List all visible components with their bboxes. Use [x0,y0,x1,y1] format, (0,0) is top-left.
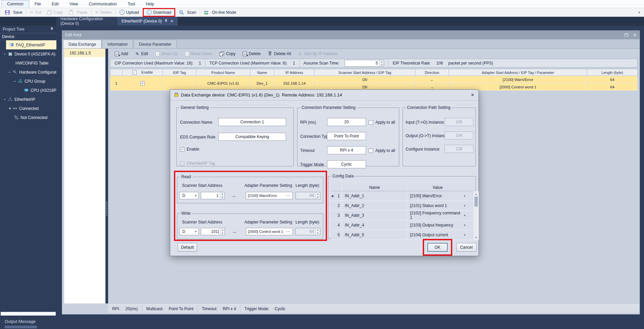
table-row[interactable]: 1 CMC-EIP01 (v1.6) Dev_1 192.168.1.14 D0… [110,76,638,83]
ok-button[interactable]: OK [427,243,448,252]
ip-address-cell[interactable]: 192.168.1.14 [274,76,315,91]
spin-up-icon[interactable]: ▲ [220,228,225,232]
tab-ethernet-ip[interactable]: EtherNet/IP (Device 0) ✕ [118,17,178,26]
config-row[interactable]: 5 IN_Addr_5 [2104] Output current▼ [331,230,473,240]
cancel-button[interactable]: Cancel [456,243,476,252]
splitter[interactable] [105,49,108,303]
download-button[interactable]: ↓ Download [144,8,174,16]
write-adapter-parameter-input[interactable]: [2000] Control word 1··· [246,228,293,235]
tab-information[interactable]: Information [102,40,133,48]
collapse-icon[interactable]: - [4,52,8,56]
config-value-dropdown[interactable]: [2104] Output current▼ [407,230,468,240]
spin-up-icon[interactable]: ▲ [379,60,384,63]
name-cell[interactable]: Dev_1 [250,76,274,91]
collapse-icon[interactable]: - [4,97,8,102]
enable-cell[interactable] [123,76,163,91]
menu-edit[interactable]: Edit [46,0,64,8]
menu-communication[interactable]: Communication [84,0,122,8]
save-button[interactable]: Save [2,8,25,16]
delete-row-button[interactable]: × Delete [239,50,264,57]
close-icon[interactable]: ✕ [170,19,174,24]
tree-item-connected[interactable]: + Connected [0,104,56,113]
connection-type-input[interactable]: Point To Point [327,132,366,140]
output-message-label[interactable]: Output Message [5,319,36,324]
read-device-dropdown[interactable]: D▼ [179,192,199,199]
add-button[interactable]: + Add [111,50,131,57]
tree-item-cpu[interactable]: CPU (AS218PX-A) [0,86,56,95]
config-row[interactable]: 4 IN_Addr_4 [2103] Output frequency▼ [331,220,473,230]
spin-down-icon[interactable]: ▼ [220,232,225,235]
tree-horizontal-scrollbar[interactable] [1,312,56,316]
pin-icon[interactable] [164,19,168,24]
eip-tag-cell[interactable] [163,76,196,91]
rpi-input[interactable]: 20 [327,118,366,126]
enable-checkbox[interactable]: Enable [180,147,199,152]
collapse-icon[interactable]: - [14,79,18,84]
browse-button[interactable]: ··· [286,230,291,234]
spin-down-icon[interactable]: ▼ [379,63,384,66]
browse-button[interactable]: ··· [286,194,291,198]
config-row[interactable]: 2 IN_Addr_2 [2101] Status word 1▼ [331,201,473,211]
timeout-apply-all-checkbox[interactable]: Apply to all [369,148,395,153]
scroll-down-icon[interactable]: ▼ [473,235,479,240]
timeout-input[interactable]: RPI x 4 [327,146,366,154]
config-value-dropdown[interactable]: [2100] Warn/Error▼ [407,191,468,201]
copy-row-button[interactable]: Copy [216,50,239,57]
tree-item-not-connected[interactable]: Not Connected [0,113,56,122]
online-mode-button[interactable]: On-line Mode [201,8,239,16]
tab-hardware-configuration[interactable]: Hardware Configuration (Device 0) [56,17,118,26]
enable-checkbox[interactable] [140,81,145,85]
config-scrollbar[interactable]: ▲ ▼ [473,191,479,240]
menu-view[interactable]: View [64,0,84,8]
rpi-apply-all-checkbox[interactable]: Apply to all [369,120,395,125]
menu-help[interactable]: Help [140,0,159,8]
config-row[interactable]: 3 IN_Addr_3 [2102] Frequency command 1▼ [331,211,473,220]
config-value-dropdown[interactable]: [2103] Output frequency▼ [407,220,468,230]
tree-item-faq-ethernetip[interactable]: FAQ_EthernetIP [0,40,56,49]
tree-item-hardware-configuration[interactable]: - Hardware Configuration [0,68,56,77]
tree-root-device[interactable]: Device [0,33,56,40]
tree-item-cpu-group[interactable]: - CPU Group [0,77,56,86]
menu-tool[interactable]: Tool [122,0,140,8]
default-button[interactable]: Default [178,243,197,252]
write-address-spinner[interactable]: 101 ▲▼ [201,228,225,235]
spin-up-icon[interactable]: ▲ [220,192,225,196]
trigger-mode-input[interactable]: Cyclic [327,160,366,168]
select-all-checkbox[interactable] [132,70,137,75]
row-number[interactable]: 1 [110,76,123,91]
scan-time-input[interactable]: 5 ▲▼ [344,60,384,67]
device-list-item[interactable]: 192.168.1.5 [64,49,105,57]
menu-common[interactable]: Common [1,0,29,8]
length-cell[interactable]: 64 [587,83,638,91]
read-address-spinner[interactable]: 1 ▲▼ [201,192,225,199]
config-value-dropdown[interactable]: [2102] Frequency command 1▼ [407,211,468,220]
tree-item-hwconfig-table[interactable]: HWCONFIG Table [0,58,56,68]
config-value-dropdown[interactable]: [2101] Status word 1▼ [407,201,468,210]
tree-item-device0[interactable]: - Device 0 (AS218PX-A) [0,49,56,58]
scroll-thumb[interactable] [474,197,478,207]
collapse-icon[interactable]: - [9,70,13,75]
tree-item-ethernet-ip[interactable]: - EtherNet/IP [0,95,56,104]
scanner-cell[interactable]: D0 [315,76,415,83]
product-name-cell[interactable]: CMC-EIP01 (v1.6) [196,76,250,91]
toolbar-overflow-chevron-icon[interactable]: ▾ [638,10,644,14]
pin-icon[interactable] [50,27,54,32]
close-icon[interactable]: ✕ [633,33,637,38]
maximize-icon[interactable] [625,34,628,37]
connection-name-input[interactable]: Connection 1 [218,118,286,126]
close-icon[interactable]: ✕ [471,92,474,97]
spin-down-icon[interactable]: ▼ [220,196,225,199]
dialog-titlebar[interactable]: Data Exchange device: CMC-EIP01 (v1.6) (… [170,90,478,100]
expand-icon[interactable]: + [9,106,13,111]
length-cell[interactable]: 64 [587,76,638,83]
config-row[interactable]: ▶1 IN_Addr_1 [2100] Warn/Error▼ [331,191,473,201]
eds-compare-rule-input[interactable]: Compatible Keying [218,133,286,141]
adapter-cell[interactable]: [2100] Warn/Error [449,76,587,83]
edit-button[interactable]: ✎ Edit [132,50,151,57]
scan-button[interactable]: Scan [176,8,199,16]
write-device-dropdown[interactable]: D▼ [179,228,199,235]
scroll-up-icon[interactable]: ▲ [473,191,479,197]
delete-all-button[interactable]: Delete All [265,50,294,57]
tab-data-exchange[interactable]: Data Exchange [63,40,101,48]
menu-file[interactable]: File [29,0,46,8]
